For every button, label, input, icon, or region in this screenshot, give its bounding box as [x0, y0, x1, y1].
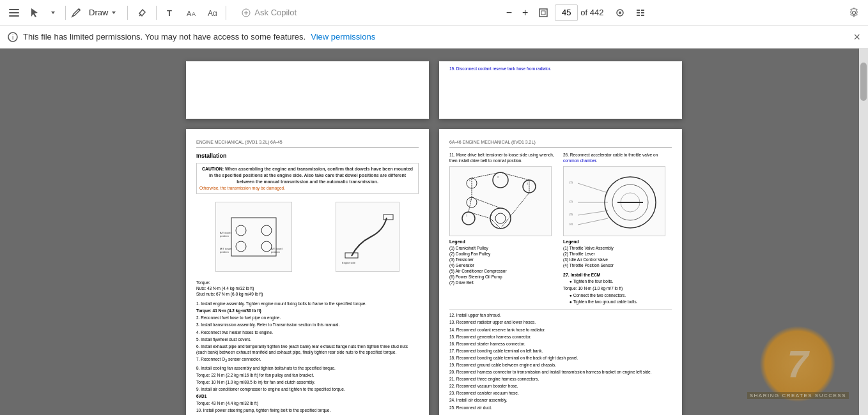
legend2-item-4: (4) Throttle Position Sensor [563, 262, 672, 268]
right-header-text: 6A-46 ENGINE MECHANICAL (6VD1 3.2L) [449, 139, 536, 146]
watermark-circle: 7 [759, 326, 836, 402]
svg-line-56 [578, 183, 608, 193]
notification-text: This file has limited permissions. You m… [23, 32, 306, 42]
left-page-header: ENGINE MECHANICAL (6VD1 3.2L) 6A-45 [196, 139, 419, 148]
copilot-icon [242, 8, 251, 17]
step-2: 2. Reconnect fuel hose to fuel pipe on e… [196, 315, 419, 321]
fit-page-button[interactable] [534, 5, 552, 20]
step-14: 14. Reconnect coolant reserve tank hose … [449, 327, 672, 333]
scroll-thumb[interactable] [860, 63, 867, 101]
zoom-in-button[interactable]: + [518, 4, 532, 21]
step-19: 19. Reconnect ground cable between engin… [449, 362, 672, 368]
legend1-item-6: (6) Power Steering Oil Pump [449, 274, 558, 280]
watermark-number: 7 [787, 342, 808, 386]
step-27-bullet-3: ● Tighten the two ground cable bolts. [563, 299, 672, 305]
svg-text:A: A [192, 11, 196, 17]
caution-warning: Otherwise, the transmission may be damag… [199, 185, 415, 191]
zoom-out-button[interactable]: − [502, 4, 516, 21]
legend2-item-3: (3) Idle Air Control Valve [563, 257, 672, 262]
legend1-item-2: (2) Cooling Fan Pulley [449, 251, 558, 257]
top-partial-step: 19. Disconnect coolant reserve tank hose… [449, 66, 551, 71]
settings-button[interactable] [845, 5, 863, 20]
separator-3 [156, 6, 157, 20]
text-format-button[interactable]: Aα [203, 5, 221, 20]
page-row-top: 19. Disconnect coolant reserve tank hose… [13, 61, 855, 119]
eraser-button[interactable] [133, 5, 151, 20]
torque-stud-nuts: Stud nuts: 67 N·m (6.8 kg·m/49 lb ft) [196, 292, 263, 296]
engine-diagram-dowels: A/T dowel position M/T dowel position A/… [215, 202, 292, 272]
svg-point-37 [493, 172, 508, 188]
view-permissions-link[interactable]: View permissions [311, 32, 375, 42]
toc-icon [635, 8, 646, 18]
drive-belt-diagram: 1 2 3 4 5 6 [449, 166, 552, 236]
step-1-torque: Torque: 41 N·m (4.2 kg·m/30 lb ft) [196, 308, 419, 313]
separator-4 [226, 6, 226, 20]
separator-2 [127, 6, 128, 20]
legend1-title: Legend [449, 239, 558, 245]
toc-button[interactable] [632, 5, 649, 20]
step-27-bullet-1: ● Tighten the four bolts. [563, 278, 672, 284]
draw-label: Draw [89, 8, 108, 17]
left-page-content: ENGINE MECHANICAL (6VD1 3.2L) 6A-45 Inst… [186, 129, 429, 415]
svg-text:1: 1 [491, 213, 493, 216]
svg-rect-9 [539, 9, 547, 17]
svg-text:3: 3 [469, 198, 471, 201]
page-navigation: − + 45 of 442 [502, 4, 604, 21]
top-section: 11. Move drive belt tensioner to loose s… [449, 152, 672, 306]
step-13: 13. Reconnect radiator upper and lower h… [449, 319, 672, 325]
toolbar: Draw T AA Aα Ask Copilot − + 45 of 442 [0, 0, 868, 26]
svg-rect-16 [641, 12, 644, 13]
legend1-item-3: (3) Tensioner [449, 257, 558, 262]
svg-rect-14 [641, 10, 644, 11]
caution-title: CAUTION: When assembling the engine and … [199, 166, 415, 185]
page-number-input[interactable]: 45 [555, 4, 578, 21]
text-tool-button[interactable]: T [162, 5, 180, 20]
step-7: 7. Reconnect O2 sensor connector. [196, 356, 419, 364]
svg-point-12 [619, 11, 621, 14]
step-26: 26. Reconnect accelerator cable to throt… [563, 152, 672, 163]
svg-text:2: 2 [497, 176, 499, 179]
step-27-text: Install the ECM [571, 273, 601, 277]
step-27-num: 27. Install the ECM [563, 272, 672, 278]
svg-text:A: A [187, 10, 192, 17]
step-12: 12. Install upper fan shroud. [449, 312, 672, 318]
ask-copilot-input[interactable]: Ask Copilot [231, 5, 307, 20]
text-style-button[interactable]: AA [182, 5, 200, 20]
torque-label: Torque: [196, 280, 210, 285]
svg-rect-15 [637, 12, 640, 13]
step-21: 21. Reconnect three engine harness conne… [449, 376, 672, 382]
svg-rect-1 [9, 12, 19, 13]
legend2-title: Legend [563, 239, 672, 245]
step-9-torque: Torque: 43 N·m (4.4 kg·m/32 lb ft) [196, 400, 419, 406]
select-tool-button[interactable] [26, 5, 43, 20]
svg-text:position: position [220, 250, 229, 253]
page-of-label: of 442 [580, 8, 603, 17]
svg-text:Engine side: Engine side [342, 261, 356, 264]
step-3: 3. Install transmission assembly. Refer … [196, 322, 419, 328]
pdf-page-left: ENGINE MECHANICAL (6VD1 3.2L) 6A-45 Inst… [186, 129, 429, 415]
step-15: 15. Reconnect generator harness connecto… [449, 334, 672, 340]
menu-button[interactable] [5, 5, 23, 20]
step-5: 5. Install flywheel dust covers. [196, 336, 419, 342]
notification-close-button[interactable]: × [853, 31, 860, 43]
step-6: 6. Install exhaust pipe and temporarily … [196, 343, 419, 355]
step-8-torque2: Torque: 10 N·m (1.0 kg·m/88.5 lb in) for… [196, 379, 419, 385]
legend1-item-4: (4) Generator [449, 262, 558, 268]
right-column: 26. Reconnect accelerator cable to throt… [563, 152, 672, 306]
pdf-page-top-right: 19. Disconnect coolant reserve tank hose… [439, 61, 682, 119]
right-page-content: 6A-46 ENGINE MECHANICAL (6VD1 3.2L) 11. … [439, 129, 682, 415]
svg-rect-10 [541, 11, 545, 15]
svg-text:(1): (1) [570, 181, 573, 184]
scrollbar[interactable] [859, 49, 868, 415]
notification-bar: i This file has limited permissions. You… [0, 26, 868, 49]
pdf-page-top-left [186, 61, 429, 119]
legend-2: Legend (1) Throttle Valve Assembly (2) T… [563, 239, 672, 268]
svg-text:4: 4 [527, 182, 529, 185]
throttle-svg: (1) (2) (3) (4) [566, 167, 662, 234]
zoom-out-icon: − [506, 7, 512, 19]
svg-rect-0 [9, 9, 19, 10]
legend-1: Legend (1) Crankshaft Pulley (2) Cooling… [449, 239, 558, 285]
draw-button[interactable]: Draw [84, 5, 122, 20]
view-toggle-button[interactable] [611, 5, 629, 20]
select-dropdown-button[interactable] [46, 7, 60, 19]
